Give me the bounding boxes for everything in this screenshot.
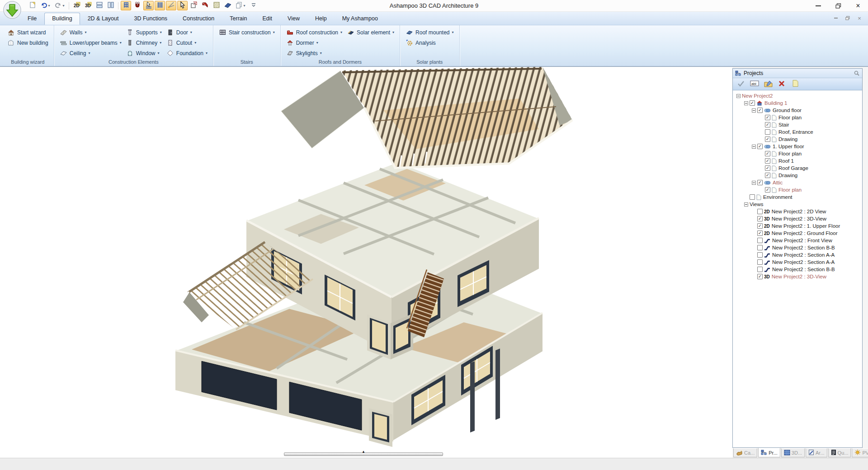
tree-checkbox[interactable]: ✓ [757, 223, 763, 229]
tree-item-drawing[interactable]: ✓Drawing [735, 172, 862, 179]
tree-item-label[interactable]: New Project2 : Ground Floor [772, 230, 838, 236]
tree-item-stair[interactable]: ✓Stair [735, 121, 862, 128]
tree-checkbox[interactable]: ✓ [765, 151, 770, 156]
panel-tab-ca[interactable]: Ca... [733, 448, 757, 457]
tree-item-new-project2-ground-floor[interactable]: ✓2DNew Project2 : Ground Floor [735, 230, 862, 237]
panel-tab-pr[interactable]: Pr... [758, 448, 780, 457]
tree-item-label[interactable]: New Project2 : 3D-View [772, 274, 826, 279]
tree-checkbox[interactable] [757, 267, 763, 272]
ribbon-button-supports[interactable]: Supports▾ [124, 27, 164, 38]
ribbon-button-skylights[interactable]: Skylights▾ [284, 48, 344, 58]
pin-icon[interactable] [854, 70, 860, 76]
tree-item-label[interactable]: Drawing [778, 173, 797, 178]
tree-checkbox[interactable]: ✓ [757, 274, 763, 279]
tree-item-new-project2-1-upper-floor[interactable]: ✓2DNew Project2 : 1. Upper Floor [735, 222, 862, 230]
ribbon-button-dormer[interactable]: Dormer▾ [284, 38, 344, 48]
panel-tab-3d[interactable]: 3D... [781, 448, 805, 457]
tree-item-label[interactable]: New Project2 [742, 93, 773, 99]
tree-item-label[interactable]: New Project2 : Section A-A [772, 259, 835, 265]
tree-expander-icon[interactable] [752, 108, 756, 113]
angle-snap-button[interactable] [166, 1, 176, 10]
tree-item-drawing[interactable]: ✓Drawing [735, 136, 862, 143]
copy-button[interactable]: ▾ [234, 1, 247, 10]
tree-item-floor-plan[interactable]: ✓Floor plan [735, 150, 862, 157]
ribbon-button-window[interactable]: Window▾ [124, 48, 164, 58]
ribbon-button-door[interactable]: Door▾ [165, 27, 209, 38]
tree-item-views[interactable]: Views [735, 201, 862, 208]
tree-checkbox[interactable] [757, 245, 763, 250]
restore-button[interactable] [828, 0, 848, 11]
tab-building[interactable]: Building [44, 13, 80, 25]
tree-item-building-1[interactable]: ✓Building 1 [735, 99, 862, 107]
tree-item-roof-1[interactable]: ✓Roof 1 [735, 157, 862, 164]
tree-checkbox[interactable]: ✓ [765, 115, 770, 120]
tree-item-label[interactable]: Attic [773, 180, 783, 185]
tree-item-attic[interactable]: ✓Attic [735, 179, 862, 186]
tree-checkbox[interactable]: ✓ [757, 108, 763, 113]
tree-item-environment[interactable]: Environment [735, 193, 862, 201]
tree-item-1-upper-floor[interactable]: ✓1. Upper floor [735, 143, 862, 150]
hatch-button[interactable] [211, 1, 222, 10]
tree-checkbox[interactable]: ✓ [765, 173, 770, 178]
apply-check-button[interactable] [736, 80, 746, 89]
tree-item-new-project2-3d-view[interactable]: ✓3DNew Project2 : 3D-View [735, 215, 862, 222]
parallel-lines-button[interactable] [155, 1, 165, 10]
app-logo-button[interactable] [3, 1, 22, 19]
tree-expander-icon[interactable] [744, 202, 748, 207]
tab-construction[interactable]: Construction [175, 13, 222, 25]
tree-item-new-project2-section-b-b[interactable]: New Project2 : Section B-B [735, 266, 862, 273]
view-2d-button[interactable]: 2D [71, 1, 82, 10]
tree-item-new-project2-2d-view[interactable]: 2DNew Project2 : 2D View [735, 208, 862, 215]
ribbon-button-new-building[interactable]: New building [5, 38, 50, 48]
magnet-button[interactable] [132, 1, 142, 10]
tab-help[interactable]: Help [307, 13, 335, 25]
viewport-3d[interactable]: ▲ [0, 67, 732, 458]
transform-box-button[interactable] [189, 1, 199, 10]
tree-checkbox[interactable]: ✓ [757, 216, 763, 221]
ribbon-button-walls[interactable]: Walls▾ [58, 27, 123, 38]
tree-item-ground-floor[interactable]: ✓Ground floor [735, 107, 862, 114]
tree-item-label[interactable]: Floor plan [778, 151, 802, 156]
tree-checkbox[interactable] [757, 209, 763, 214]
ribbon-button-chimney[interactable]: Chimney▾ [124, 38, 164, 48]
grid-button[interactable] [121, 1, 131, 10]
ribbon-button-roof-mounted[interactable]: Roof mounted▾ [404, 27, 455, 38]
tree-checkbox[interactable]: ✓ [750, 100, 755, 106]
tree-item-label[interactable]: Building 1 [764, 100, 788, 106]
tree-item-label[interactable]: Stair [778, 122, 789, 127]
rename-button[interactable]: abl [750, 80, 760, 89]
tree-expander-icon[interactable] [752, 181, 756, 185]
tree-checkbox[interactable]: ✓ [765, 187, 770, 193]
view-3d-button[interactable]: 3D [83, 1, 93, 10]
tree-item-new-project2-section-a-a[interactable]: New Project2 : Section A-A [735, 251, 862, 258]
tree-checkbox[interactable]: ✓ [765, 122, 770, 127]
new-drawing-button[interactable] [27, 1, 38, 10]
ribbon-button-solar-element[interactable]: Solar element▾ [345, 27, 396, 38]
ribbon-button-analysis[interactable]: Analysis [404, 38, 455, 48]
tab-2d-layout[interactable]: 2D & Layout [80, 13, 127, 25]
tree-item-label[interactable]: Roof 1 [778, 158, 794, 164]
tree-item-floor-plan[interactable]: ✓Floor plan [735, 114, 862, 121]
minimize-button[interactable] [808, 0, 828, 11]
tree-item-new-project2[interactable]: New Project2 [735, 92, 862, 99]
tree-checkbox[interactable] [750, 194, 755, 200]
tree-item-label[interactable]: New Project2 : Section A-A [772, 252, 835, 258]
ribbon-button-lower-upper-beams[interactable]: Lower/upper beams▾ [58, 38, 123, 48]
ribbon-button-stair-construction[interactable]: Stair construction▾ [217, 27, 277, 38]
tab-terrain[interactable]: Terrain [222, 13, 255, 25]
tree-item-label[interactable]: New Project2 : Front View [772, 238, 832, 243]
tree-checkbox[interactable] [765, 129, 770, 135]
tree-item-floor-plan[interactable]: ✓Floor plan [735, 186, 862, 193]
tree-item-label[interactable]: Floor plan [778, 115, 802, 120]
tree-checkbox[interactable]: ✓ [765, 136, 770, 142]
delete-button[interactable] [777, 80, 787, 89]
new-item-button[interactable] [790, 80, 800, 89]
tree-checkbox[interactable]: ✓ [757, 144, 763, 149]
tab-3d-functions[interactable]: 3D Functions [126, 13, 175, 25]
tree-checkbox[interactable]: ✓ [765, 165, 770, 171]
tab-edit[interactable]: Edit [255, 13, 280, 25]
tree-item-label[interactable]: Floor plan [778, 187, 802, 193]
mdi-minimize-button[interactable] [833, 15, 839, 21]
tree-item-roof-entrance[interactable]: Roof, Entrance [735, 128, 862, 136]
tree-item-label[interactable]: 1. Upper floor [773, 144, 804, 149]
